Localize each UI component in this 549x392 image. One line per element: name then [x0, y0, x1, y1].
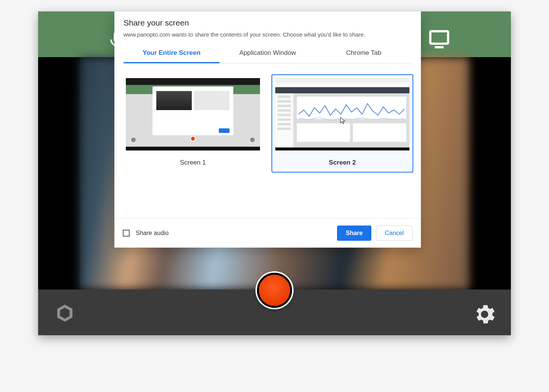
- share-audio-label: Share audio: [136, 230, 169, 237]
- tab-chrome-tab[interactable]: Chrome Tab: [316, 45, 412, 63]
- record-button[interactable]: [257, 273, 292, 308]
- screen-2-label: Screen 2: [275, 159, 409, 166]
- tab-entire-screen[interactable]: Your Entire Screen: [124, 45, 220, 63]
- share-tabs: Your Entire Screen Application Window Ch…: [124, 45, 412, 64]
- dialog-footer: Share audio Share Cancel: [114, 218, 421, 248]
- cursor-icon: [340, 117, 346, 125]
- monitor-icon: [429, 29, 450, 50]
- app-frame: Share your screen www.panopto.com wants …: [38, 11, 511, 335]
- panopto-logo-icon: [53, 302, 76, 325]
- screen-option-1[interactable]: Screen 1: [122, 74, 264, 173]
- share-audio-checkbox[interactable]: [123, 230, 130, 237]
- dialog-description: www.panopto.com wants to share the conte…: [124, 31, 412, 38]
- tab-application-window[interactable]: Application Window: [220, 45, 316, 63]
- share-screen-dialog: Share your screen www.panopto.com wants …: [114, 11, 421, 248]
- screen-choices: Screen 1: [114, 66, 421, 218]
- screen-2-thumbnail: [275, 78, 409, 150]
- svg-rect-2: [430, 31, 448, 44]
- cancel-button[interactable]: Cancel: [376, 226, 413, 241]
- share-button[interactable]: Share: [337, 226, 371, 241]
- screen-1-thumbnail: [126, 78, 260, 150]
- dialog-title: Share your screen: [124, 18, 412, 27]
- screen-option-2[interactable]: Screen 2: [271, 74, 413, 173]
- screen-1-label: Screen 1: [126, 159, 260, 166]
- settings-gear-icon[interactable]: [472, 302, 497, 327]
